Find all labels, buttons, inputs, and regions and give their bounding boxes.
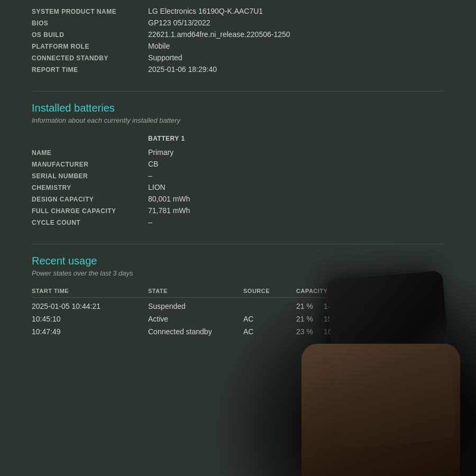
usage-state: Suspended: [148, 302, 243, 310]
usage-start-time: 10:47:49: [32, 327, 148, 336]
battery-row: MANUFACTURER CB: [32, 158, 444, 170]
col-header-source: SOURCE: [243, 288, 296, 294]
battery-row: CHEMISTRY LION: [32, 181, 444, 193]
info-value: 22621.1.amd64fre.ni_release.220506-1250: [148, 30, 290, 39]
battery-row: SERIAL NUMBER –: [32, 170, 444, 181]
battery-row-label: NAME: [32, 149, 148, 157]
info-label: CONNECTED STANDBY: [32, 54, 148, 62]
battery-row-label: MANUFACTURER: [32, 161, 148, 168]
usage-state: Active: [148, 315, 243, 323]
system-info-row: REPORT TIME 2025-01-06 18:29:40: [32, 63, 444, 75]
usage-source: AC: [243, 315, 296, 323]
battery-row-value: –: [148, 171, 152, 180]
battery-row-value: –: [148, 218, 152, 226]
battery-row: DESIGN CAPACITY 80,001 mWh: [32, 193, 444, 205]
usage-pct: 21 %: [296, 302, 313, 310]
battery-row-value: 71,781 mWh: [148, 206, 190, 215]
divider-1: [32, 91, 444, 91]
usage-source: AC: [243, 327, 296, 336]
battery-row-value: CB: [148, 160, 158, 168]
battery-row-label: CHEMISTRY: [32, 184, 148, 191]
hand-silhouette: [301, 344, 460, 476]
battery-row: NAME Primary: [32, 147, 444, 158]
col-header-state: STATE: [148, 288, 243, 294]
battery-section-title: Installed batteries: [32, 102, 444, 114]
usage-pct: 23 %: [296, 327, 313, 336]
battery-header-row: BATTERY 1: [32, 135, 444, 142]
info-value: GP123 05/13/2022: [148, 19, 210, 27]
battery-section: Installed batteries Information about ea…: [32, 102, 444, 228]
info-label: PLATFORM ROLE: [32, 43, 148, 50]
battery-row-label: FULL CHARGE CAPACITY: [32, 207, 148, 215]
system-info-section: SYSTEM PRODUCT NAME LG Electronics 16190…: [32, 5, 444, 75]
info-value: Supported: [148, 53, 182, 62]
usage-start-time: 10:45:10: [32, 315, 148, 323]
battery-row: CYCLE COUNT –: [32, 216, 444, 228]
battery-table: BATTERY 1 NAME Primary MANUFACTURER CB S…: [32, 135, 444, 228]
info-label: SYSTEM PRODUCT NAME: [32, 8, 148, 15]
battery-row: FULL CHARGE CAPACITY 71,781 mWh: [32, 205, 444, 216]
system-info-row: OS BUILD 22621.1.amd64fre.ni_release.220…: [32, 29, 444, 40]
col-header-start-time: START TIME: [32, 288, 148, 294]
info-value: Mobile: [148, 42, 170, 50]
battery-row-label: SERIAL NUMBER: [32, 172, 148, 180]
usage-pct: 21 %: [296, 315, 313, 323]
battery-row-label: CYCLE COUNT: [32, 219, 148, 226]
info-label: OS BUILD: [32, 31, 148, 39]
battery-row-value: Primary: [148, 148, 173, 157]
info-value: 2025-01-06 18:29:40: [148, 65, 217, 74]
usage-start-time: 2025-01-05 10:44:21: [32, 302, 148, 310]
info-label: BIOS: [32, 20, 148, 27]
battery-row-value: LION: [148, 183, 166, 191]
divider-2: [32, 244, 444, 244]
battery-row-label: DESIGN CAPACITY: [32, 196, 148, 203]
system-info-row: SYSTEM PRODUCT NAME LG Electronics 16190…: [32, 5, 444, 17]
system-info-row: CONNECTED STANDBY Supported: [32, 52, 444, 63]
system-info-row: BIOS GP123 05/13/2022: [32, 17, 444, 29]
system-info-row: PLATFORM ROLE Mobile: [32, 40, 444, 52]
battery-col-header: BATTERY 1: [148, 135, 185, 142]
info-label: REPORT TIME: [32, 66, 148, 74]
usage-state: Connected standby: [148, 327, 243, 336]
battery-row-value: 80,001 mWh: [148, 195, 190, 203]
info-value: LG Electronics 16190Q-K.AAC7U1: [148, 7, 263, 15]
usage-section-title: Recent usage: [32, 255, 444, 267]
battery-section-subtitle: Information about each currently install…: [32, 116, 444, 124]
